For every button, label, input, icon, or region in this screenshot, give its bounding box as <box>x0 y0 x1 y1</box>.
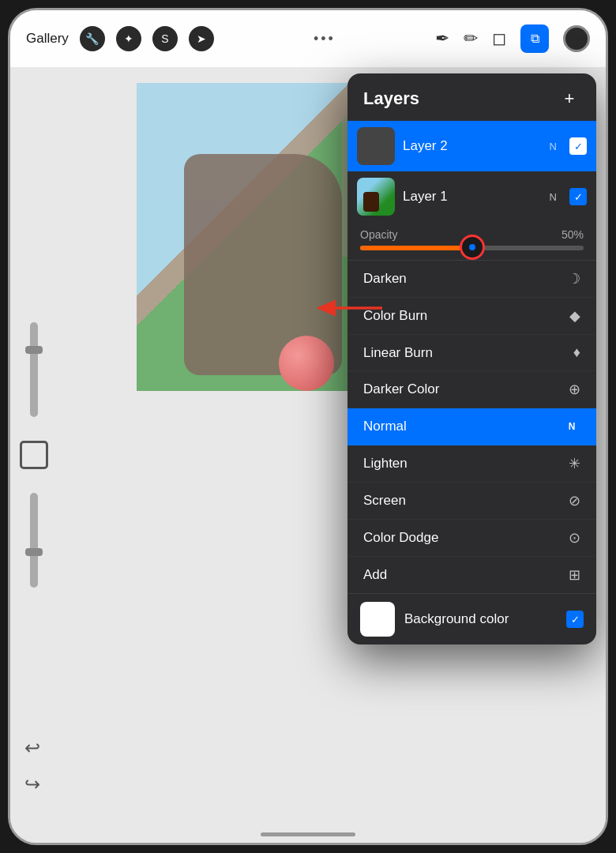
layers-panel: Layers + Layer 2 N ✓ Layer 1 N <box>347 73 596 644</box>
darker-color-icon: ⊕ <box>569 381 580 398</box>
adjust-icon[interactable]: ✦ <box>116 26 141 51</box>
opacity-thumb[interactable] <box>460 235 485 260</box>
blend-mode-name: Color Dodge <box>363 530 438 546</box>
nib-tool-icon[interactable]: ✏ <box>464 28 478 49</box>
opacity-value: 50% <box>562 228 584 241</box>
transform-icon[interactable] <box>20 441 48 469</box>
layer-visibility-toggle[interactable]: ✓ <box>569 188 587 205</box>
blend-modes-list: Darken ☽ Color Burn ◆ Linear Burn ♦ Dark… <box>347 260 596 593</box>
color-burn-icon: ◆ <box>569 307 580 325</box>
bg-color-label: Background color <box>404 611 557 627</box>
blend-mode-name: Add <box>363 567 387 583</box>
color-dodge-icon: ⊙ <box>569 529 580 547</box>
redo-button[interactable]: ↪ <box>24 773 40 795</box>
normal-badge: N <box>563 418 580 435</box>
top-bar-right: ✒ ✏ ◻ ⧉ <box>435 24 590 53</box>
blend-mode-name: Darker Color <box>363 381 439 397</box>
check-icon: ✓ <box>574 141 583 152</box>
blend-mode-name: Lighten <box>363 456 408 472</box>
layer-thumbnail <box>357 127 395 165</box>
add-layer-button[interactable]: + <box>558 88 580 110</box>
top-bar: Gallery 🔧 ✦ S ➤ ••• ✒ ✏ ◻ ⧉ <box>10 10 606 67</box>
blend-mode-name: Normal <box>363 419 407 434</box>
blend-mode-name: Linear Burn <box>363 345 433 361</box>
selection-icon[interactable]: ➤ <box>189 26 214 51</box>
opacity-fill <box>360 246 472 250</box>
blend-mode-name: Screen <box>363 493 406 509</box>
device-frame: Gallery 🔧 ✦ S ➤ ••• ✒ ✏ ◻ ⧉ <box>8 8 608 845</box>
home-indicator <box>261 832 355 836</box>
more-options-icon[interactable]: ••• <box>314 31 336 47</box>
blend-mode-name: Color Burn <box>363 308 427 324</box>
blend-mode-item-normal[interactable]: Normal N <box>347 408 596 445</box>
smudge-icon[interactable]: S <box>152 26 178 51</box>
darken-icon: ☽ <box>568 270 580 287</box>
left-toolbar <box>10 67 58 843</box>
blend-mode-name: Darken <box>363 271 407 287</box>
opacity-drag-handle[interactable] <box>460 235 485 260</box>
layer-item[interactable]: Layer 1 N ✓ <box>347 171 596 222</box>
canvas-area: ↩ ↪ Layers + Layer 2 N ✓ <box>10 67 606 843</box>
panel-title: Layers <box>363 88 419 109</box>
layer-item[interactable]: Layer 2 N ✓ <box>347 121 596 171</box>
bg-color-swatch[interactable] <box>360 602 395 637</box>
color-swatch[interactable] <box>563 25 590 52</box>
gallery-button[interactable]: Gallery <box>26 31 69 47</box>
screen-icon: ⊘ <box>569 492 580 509</box>
pen-tool-icon[interactable]: ✒ <box>435 28 449 49</box>
blend-mode-item[interactable]: Lighten ✳ <box>347 445 596 483</box>
add-icon: ⊞ <box>569 566 580 584</box>
blend-mode-item[interactable]: Screen ⊘ <box>347 483 596 520</box>
layer-visibility-toggle[interactable]: ✓ <box>569 137 587 155</box>
linear-burn-icon: ♦ <box>573 344 580 361</box>
undo-redo-controls: ↩ ↪ <box>24 737 40 795</box>
layer-name: Layer 2 <box>403 138 542 154</box>
layers-panel-toggle[interactable]: ⧉ <box>520 24 549 53</box>
check-icon: ✓ <box>574 191 583 203</box>
undo-button[interactable]: ↩ <box>24 737 40 759</box>
opacity-slider[interactable] <box>30 493 38 588</box>
blend-mode-item[interactable]: Darker Color ⊕ <box>347 371 596 408</box>
blend-mode-item[interactable]: Darken ☽ <box>347 261 596 298</box>
eraser-tool-icon[interactable]: ◻ <box>492 28 506 49</box>
wrench-icon[interactable]: 🔧 <box>80 26 105 51</box>
bg-check-icon: ✓ <box>571 614 580 626</box>
layer-mode: N <box>550 141 557 152</box>
panel-header: Layers + <box>347 73 596 121</box>
lighten-icon: ✳ <box>569 455 580 472</box>
bg-color-toggle[interactable]: ✓ <box>566 611 584 628</box>
top-bar-center: ••• <box>214 31 435 47</box>
blend-mode-item[interactable]: Color Dodge ⊙ <box>347 520 596 557</box>
layer-thumbnail <box>357 178 395 216</box>
opacity-row: Opacity 50% <box>347 222 596 260</box>
blend-mode-item[interactable]: Linear Burn ♦ <box>347 335 596 371</box>
layer-name: Layer 1 <box>403 189 542 205</box>
top-bar-left: Gallery 🔧 ✦ S ➤ <box>26 26 214 51</box>
background-color-row[interactable]: Background color ✓ <box>347 593 596 644</box>
opacity-label: Opacity <box>360 228 397 241</box>
opacity-track[interactable] <box>360 246 584 250</box>
thumb-dot <box>469 244 475 250</box>
brush-size-slider[interactable] <box>30 322 38 417</box>
blend-mode-item[interactable]: Color Burn ◆ <box>347 298 596 335</box>
layer-mode: N <box>550 191 557 203</box>
blend-mode-item[interactable]: Add ⊞ <box>347 557 596 593</box>
